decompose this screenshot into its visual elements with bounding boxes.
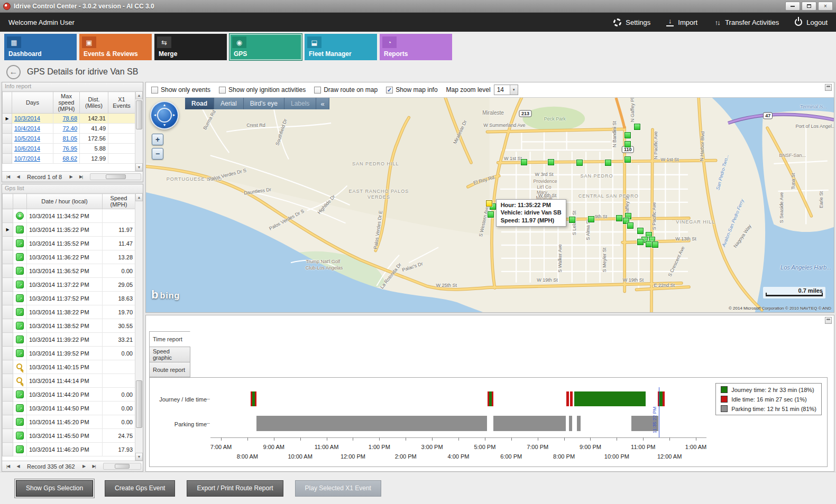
map-collapse-button[interactable] xyxy=(825,84,832,91)
gps-row[interactable]: →10/3/2014 11:36:52 PM0.00 xyxy=(3,264,135,278)
day-link[interactable]: 10/3/2014 xyxy=(14,115,40,122)
gps-marker[interactable] xyxy=(548,159,554,165)
gps-row[interactable]: →10/3/2014 11:45:50 PM24.75 xyxy=(3,429,135,443)
gps-list-hscrollbar[interactable] xyxy=(103,463,141,470)
checkbox-only-ignition[interactable]: Show only ignition activities xyxy=(219,86,306,94)
gps-row[interactable]: →10/3/2014 11:44:20 PM0.00 xyxy=(3,388,135,402)
gps-row[interactable]: →10/3/2014 11:45:20 PM0.00 xyxy=(3,415,135,429)
gps-marker[interactable] xyxy=(624,132,631,138)
map-compass-control[interactable]: ▲ ▲ ▲ ▲ xyxy=(150,101,179,129)
gps-row[interactable]: 10/3/2014 11:40:15 PM xyxy=(3,360,135,374)
chart-collapse-button[interactable] xyxy=(825,317,832,324)
checkbox-only-events[interactable]: Show only events xyxy=(151,86,210,94)
pan-west-icon[interactable]: ▲ xyxy=(153,114,157,117)
column-header[interactable]: Dist. (Miles) xyxy=(80,92,108,114)
info-report-hscrollbar[interactable] xyxy=(90,173,141,180)
gps-row[interactable]: →10/3/2014 11:36:22 PM13.28 xyxy=(3,250,135,264)
tab-merge[interactable]: ⇆Merge xyxy=(154,34,227,60)
info-report-row[interactable]: 10/6/201476.955.88 xyxy=(3,144,135,154)
gps-row[interactable]: →10/3/2014 11:39:22 PM33.21 xyxy=(3,333,135,347)
max-speed-link[interactable]: 78.68 xyxy=(62,115,77,122)
minimize-button[interactable] xyxy=(785,2,800,11)
close-button[interactable]: × xyxy=(818,2,833,11)
chart-tab-speed-graphic[interactable]: Speed graphic xyxy=(149,347,190,362)
scroll-up-icon[interactable]: ▲ xyxy=(135,193,143,201)
column-header[interactable]: Days xyxy=(12,92,53,114)
first-page-icon[interactable] xyxy=(4,462,12,471)
column-header[interactable]: Speed (MPH) xyxy=(103,194,135,209)
pan-south-icon[interactable]: ▲ xyxy=(163,124,167,127)
checkbox-icon[interactable] xyxy=(314,87,321,94)
gps-marker[interactable] xyxy=(576,160,583,166)
map-zoom-level-select[interactable]: 14 ▼ xyxy=(494,85,518,95)
chart-tab-time-report[interactable]: Time report xyxy=(149,331,190,347)
import-button[interactable]: ↓Import xyxy=(666,18,697,26)
tab-fleet-manager[interactable]: ⬓Fleet Manager xyxy=(305,34,377,60)
day-link[interactable]: 10/6/2014 xyxy=(14,145,40,152)
scroll-thumb[interactable] xyxy=(136,380,142,428)
gps-row[interactable]: →10/3/2014 11:37:52 PM18.63 xyxy=(3,292,135,305)
gps-row[interactable]: ▶→10/3/2014 11:35:22 PM11.97 xyxy=(3,223,135,237)
column-header[interactable]: Max speed (MPH) xyxy=(53,92,80,114)
map-style-labels[interactable]: Labels xyxy=(284,98,316,109)
gps-list-vscrollbar[interactable]: ▲ ▼ xyxy=(135,193,143,461)
map-style-road[interactable]: Road xyxy=(185,98,214,109)
transfer-button[interactable]: ↑↓Transfer Activities xyxy=(713,18,779,26)
show-gps-selection-button[interactable]: Show Gps Selection xyxy=(16,480,93,497)
gps-marker[interactable] xyxy=(637,239,644,245)
max-speed-link[interactable]: 72.40 xyxy=(62,125,77,132)
gps-row[interactable]: →10/3/2014 11:44:50 PM0.00 xyxy=(3,402,135,415)
gps-marker[interactable] xyxy=(627,222,633,229)
gps-marker[interactable] xyxy=(588,216,594,222)
info-report-row[interactable]: 10/5/201481.05172.56 xyxy=(3,134,135,144)
map-tabs-collapse-button[interactable]: « xyxy=(316,98,329,109)
max-speed-link[interactable]: 76.95 xyxy=(62,145,77,152)
scroll-down-icon[interactable]: ▼ xyxy=(135,163,143,171)
gps-marker[interactable] xyxy=(634,124,640,130)
gps-marker[interactable] xyxy=(616,215,622,221)
gps-marker[interactable] xyxy=(488,211,494,218)
gps-row[interactable]: →10/3/2014 11:37:22 PM29.05 xyxy=(3,278,135,292)
tab-gps[interactable]: ◉GPS xyxy=(229,34,302,60)
last-page-icon[interactable] xyxy=(77,173,85,181)
gps-marker[interactable] xyxy=(521,159,527,165)
gps-row[interactable]: →10/3/2014 11:39:52 PM0.00 xyxy=(3,347,135,360)
title-bar[interactable]: Idrive Control Center - 3.0.2 version - … xyxy=(0,0,836,13)
column-header[interactable]: Date / hour (local) xyxy=(27,194,103,209)
first-page-icon[interactable] xyxy=(4,173,12,181)
gps-marker[interactable] xyxy=(624,141,631,147)
checkbox-icon[interactable] xyxy=(151,87,158,94)
info-report-vscrollbar[interactable]: ▲ ▼ xyxy=(135,91,143,171)
gps-marker[interactable] xyxy=(569,217,575,223)
scroll-thumb[interactable] xyxy=(136,100,142,129)
scroll-down-icon[interactable]: ▼ xyxy=(135,453,143,461)
last-page-icon[interactable] xyxy=(90,462,98,471)
scroll-thumb[interactable] xyxy=(115,464,130,469)
map-canvas[interactable]: MiralestePeck ParkW Summerland AveBurma … xyxy=(146,97,834,312)
next-page-icon[interactable] xyxy=(80,462,88,471)
chart-tab-route-report[interactable]: Route report xyxy=(149,362,190,377)
day-link[interactable]: 10/4/2014 xyxy=(14,125,40,132)
info-report-row[interactable]: 10/7/201468.6212.99 xyxy=(3,154,135,164)
max-speed-link[interactable]: 68.62 xyxy=(62,155,77,162)
tab-events-reviews[interactable]: ▣Events & Reviews xyxy=(79,34,152,60)
selected-gps-marker[interactable] xyxy=(486,200,492,207)
checkbox-checked-icon[interactable]: ✓ xyxy=(386,87,393,94)
create-gps-event-button[interactable]: Create Gps Event xyxy=(105,480,175,497)
checkbox-icon[interactable] xyxy=(219,87,226,94)
prev-page-icon[interactable] xyxy=(14,173,22,181)
gps-marker[interactable] xyxy=(652,241,658,248)
gps-row[interactable]: →10/3/2014 11:38:52 PM30.55 xyxy=(3,319,135,333)
info-report-row[interactable]: ▶10/3/201478.68142.31 xyxy=(3,114,135,124)
export-print-route-report-button[interactable]: Export / Print Route Report xyxy=(187,480,283,497)
zoom-out-button[interactable]: − xyxy=(152,148,163,160)
scroll-thumb[interactable] xyxy=(106,174,126,179)
info-report-grid[interactable]: DaysMax speed (MPH)Dist. (Miles)X1 Event… xyxy=(2,91,135,171)
checkbox-draw-route[interactable]: Draw route on map xyxy=(314,86,378,94)
zoom-in-button[interactable]: + xyxy=(152,134,163,145)
gps-list-grid[interactable]: Date / hour (local)Speed (MPH) +10/3/201… xyxy=(2,193,135,461)
map-style-birdseye[interactable]: Bird's eye xyxy=(244,98,284,109)
gps-marker[interactable] xyxy=(646,241,652,247)
gps-marker[interactable] xyxy=(624,156,631,163)
gps-row[interactable]: →10/3/2014 11:38:22 PM19.70 xyxy=(3,305,135,319)
